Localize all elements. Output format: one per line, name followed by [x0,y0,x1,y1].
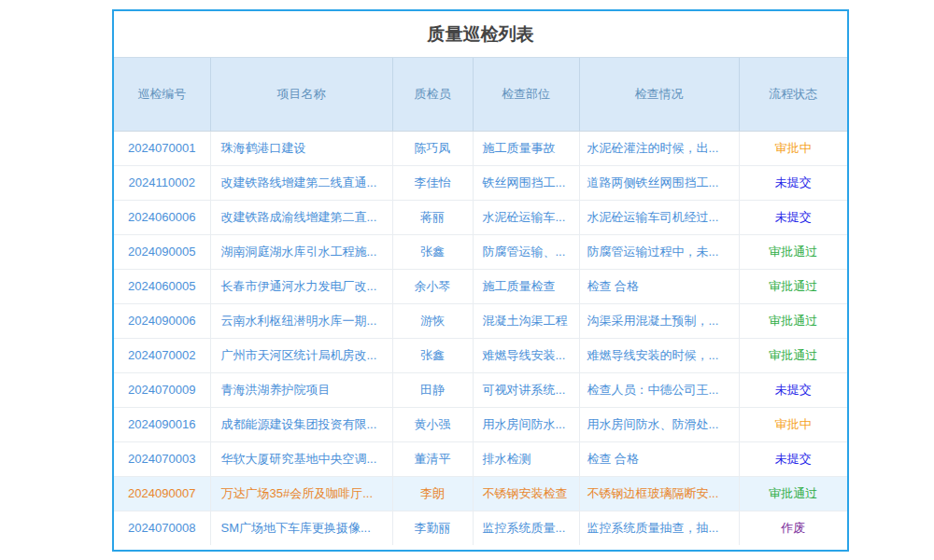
check-part-cell: 排水检测 [473,441,579,476]
column-header-inspection-id: 巡检编号 [114,58,210,131]
inspector-cell: 陈巧凤 [392,131,473,165]
check-part-cell: 水泥砼运输车... [473,200,579,234]
status-cell: 审批通过 [739,303,847,338]
inspection-id-cell: 2024090016 [114,407,210,441]
quality-inspection-panel: 质量巡检列表 巡检编号 项目名称 质检员 检查部位 检查情况 流程状态 2024… [112,9,849,552]
inspection-id-cell: 2024060006 [114,200,210,234]
status-cell: 审批通过 [739,338,847,372]
page-title: 质量巡检列表 [114,11,847,58]
table-row[interactable]: 2024090006云南水利枢纽潜明水库一期...游恢混凝土沟渠工程沟渠采用混凝… [114,303,847,338]
project-name-cell: 湖南洞庭湖水库引水工程施... [210,234,392,269]
inspection-id-cell: 2024070001 [114,131,210,165]
check-part-cell: 防腐管运输、... [473,234,579,269]
table-row[interactable]: 2024090007万达广场35#会所及咖啡厅...李朗不锈钢安装检查不锈钢边框… [114,476,847,511]
status-cell: 审批通过 [739,234,847,269]
table-row[interactable]: 2024070001珠海鹤港口建设陈巧凤施工质量事故水泥砼灌注的时候，出...审… [114,131,847,165]
inspector-cell: 田静 [392,372,473,407]
table-row[interactable]: 2024070009青海洪湖养护院项目田静可视对讲系统...检查人员：中德公司王… [114,372,847,407]
status-cell: 审批中 [739,131,847,165]
column-header-workflow-status: 流程状态 [739,58,847,131]
inspector-cell: 董清平 [392,441,473,476]
status-cell: 未提交 [739,165,847,200]
check-situation-cell: 水泥砼灌注的时候，出... [579,131,739,165]
inspector-cell: 李佳怡 [392,165,473,200]
check-situation-cell: 不锈钢边框玻璃隔断安... [579,476,739,511]
column-header-check-situation: 检查情况 [579,58,739,131]
inspection-table: 巡检编号 项目名称 质检员 检查部位 检查情况 流程状态 2024070001珠… [114,58,847,545]
inspection-id-cell: 2024070002 [114,338,210,372]
inspector-cell: 张鑫 [392,234,473,269]
check-part-cell: 施工质量检查 [473,269,579,303]
inspection-id-cell: 2024070009 [114,372,210,407]
table-row[interactable]: 2024090016成都能源建设集团投资有限...黄小强用水房间防水...用水房… [114,407,847,441]
check-situation-cell: 水泥砼运输车司机经过... [579,200,739,234]
project-name-cell: 华软大厦研究基地中央空调... [210,441,392,476]
inspection-id-cell: 2024090007 [114,476,210,511]
inspector-cell: 余小琴 [392,269,473,303]
check-situation-cell: 沟渠采用混凝土预制，... [579,303,739,338]
status-cell: 作废 [739,511,847,545]
project-name-cell: 青海洪湖养护院项目 [210,372,392,407]
status-cell: 未提交 [739,441,847,476]
inspection-id-cell: 2024070008 [114,511,210,545]
project-name-cell: 珠海鹤港口建设 [210,131,392,165]
project-name-cell: 成都能源建设集团投资有限... [210,407,392,441]
check-situation-cell: 用水房间防水、防滑处... [579,407,739,441]
check-part-cell: 可视对讲系统... [473,372,579,407]
project-name-cell: 改建铁路线增建第二线直通... [210,165,392,200]
inspection-id-cell: 2024090006 [114,303,210,338]
check-situation-cell: 难燃导线安装的时候，... [579,338,739,372]
table-row[interactable]: 2024060006改建铁路成渝线增建第二直...蒋丽水泥砼运输车...水泥砼运… [114,200,847,234]
table-row[interactable]: 2024070008SM广场地下车库更换摄像...李勤丽监控系统质量...监控系… [114,511,847,545]
table-row[interactable]: 2024070002广州市天河区统计局机房改...张鑫难燃导线安装...难燃导线… [114,338,847,372]
check-situation-cell: 道路两侧铁丝网围挡工... [579,165,739,200]
check-situation-cell: 检查 合格 [579,269,739,303]
inspection-id-cell: 2024060005 [114,269,210,303]
table-body: 2024070001珠海鹤港口建设陈巧凤施工质量事故水泥砼灌注的时候，出...审… [114,131,847,545]
inspector-cell: 黄小强 [392,407,473,441]
table-row[interactable]: 2024060005长春市伊通河水力发电厂改...余小琴施工质量检查检查 合格审… [114,269,847,303]
project-name-cell: 云南水利枢纽潜明水库一期... [210,303,392,338]
check-situation-cell: 检查人员：中德公司王... [579,372,739,407]
check-situation-cell: 监控系统质量抽查，抽... [579,511,739,545]
inspection-id-cell: 2024110002 [114,165,210,200]
inspector-cell: 蒋丽 [392,200,473,234]
check-part-cell: 铁丝网围挡工... [473,165,579,200]
check-part-cell: 混凝土沟渠工程 [473,303,579,338]
project-name-cell: 广州市天河区统计局机房改... [210,338,392,372]
inspector-cell: 张鑫 [392,338,473,372]
project-name-cell: SM广场地下车库更换摄像... [210,511,392,545]
table-row[interactable]: 2024070003华软大厦研究基地中央空调...董清平排水检测检查 合格未提交 [114,441,847,476]
project-name-cell: 改建铁路成渝线增建第二直... [210,200,392,234]
inspection-id-cell: 2024090005 [114,234,210,269]
inspector-cell: 李勤丽 [392,511,473,545]
check-situation-cell: 检查 合格 [579,441,739,476]
check-part-cell: 难燃导线安装... [473,338,579,372]
column-header-check-part: 检查部位 [473,58,579,131]
status-cell: 审批通过 [739,269,847,303]
check-part-cell: 用水房间防水... [473,407,579,441]
table-row[interactable]: 2024090005湖南洞庭湖水库引水工程施...张鑫防腐管运输、...防腐管运… [114,234,847,269]
column-header-inspector: 质检员 [392,58,473,131]
status-cell: 未提交 [739,200,847,234]
inspector-cell: 游恢 [392,303,473,338]
check-situation-cell: 防腐管运输过程中，未... [579,234,739,269]
table-row[interactable]: 2024110002改建铁路线增建第二线直通...李佳怡铁丝网围挡工...道路两… [114,165,847,200]
table-header-row: 巡检编号 项目名称 质检员 检查部位 检查情况 流程状态 [114,58,847,131]
check-part-cell: 监控系统质量... [473,511,579,545]
project-name-cell: 长春市伊通河水力发电厂改... [210,269,392,303]
status-cell: 审批中 [739,407,847,441]
inspection-id-cell: 2024070003 [114,441,210,476]
inspector-cell: 李朗 [392,476,473,511]
check-part-cell: 施工质量事故 [473,131,579,165]
status-cell: 未提交 [739,372,847,407]
check-part-cell: 不锈钢安装检查 [473,476,579,511]
column-header-project-name: 项目名称 [210,58,392,131]
project-name-cell: 万达广场35#会所及咖啡厅... [210,476,392,511]
status-cell: 审批通过 [739,476,847,511]
